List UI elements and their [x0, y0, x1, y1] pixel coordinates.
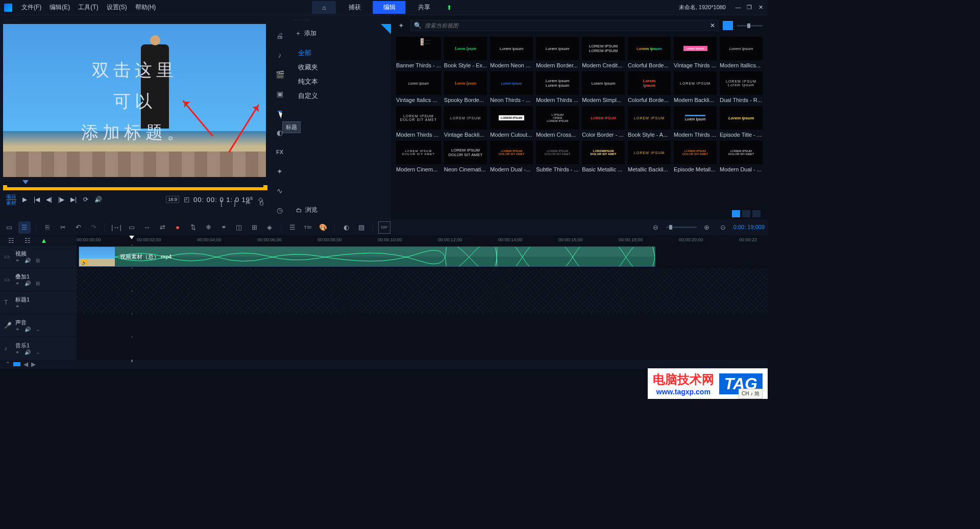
track-voice-header[interactable]: 🎤 声音 ⚭🔊⌄ — [0, 314, 77, 337]
scrubber-range[interactable] — [6, 187, 264, 190]
preview-tab-media[interactable]: 素材 — [6, 200, 16, 206]
delete-button[interactable]: ✂ — [57, 221, 69, 234]
category-all[interactable]: 全部 — [298, 46, 391, 60]
video-icon[interactable]: 🎬 — [275, 69, 285, 80]
storyboard-view-button[interactable]: ▭ — [3, 221, 15, 234]
expand-toggle[interactable]: ⌄ — [36, 349, 40, 355]
scroll-left-button[interactable]: ◀ — [23, 361, 28, 368]
asset-item[interactable]: LOREM IPSUMDOLOR SIT AMETSubtle Thirds -… — [536, 141, 579, 172]
track-video-header[interactable]: ▭ 视频 ⚭🔊⊞ — [0, 245, 77, 268]
link-button[interactable]: ⚭ — [217, 221, 230, 234]
asset-item[interactable]: Lorem IpsumModern Thirds ... — [674, 106, 717, 138]
link-toggle[interactable]: ⚭ — [15, 258, 19, 263]
mode-share[interactable]: 共享 — [408, 1, 440, 14]
pin-corner-icon[interactable] — [381, 24, 391, 34]
video-clip[interactable]: 视频素材（总）.mp4 🔊 — [79, 246, 655, 267]
asset-item[interactable]: LOREM IPSUMDOLOR SIT AMETModern Dual -..… — [490, 141, 533, 172]
expand-toggle[interactable]: ⌄ — [36, 326, 40, 332]
menu-file[interactable]: 文件(F) — [17, 3, 45, 12]
asset-item[interactable]: Lorem IpsumLorem ipsumModern Thirds ... — [536, 71, 579, 103]
loop-button[interactable]: ⟳ — [82, 195, 90, 204]
track-voice-content[interactable] — [77, 314, 768, 337]
preview-tab-project[interactable]: 项目 — [6, 194, 16, 200]
step-fwd-button[interactable]: |▶ — [57, 195, 65, 204]
asset-item[interactable]: Lorem IpsumModern Itallics... — [720, 37, 763, 68]
scrubber-playhead[interactable] — [22, 180, 29, 187]
asset-item[interactable]: LOREM IPSUMModern Cutout... — [490, 106, 533, 138]
search-box[interactable]: 🔍 ✕ — [410, 20, 719, 31]
asset-item[interactable]: LOREM IPSUMColor Border - ... — [582, 106, 625, 138]
preview-viewport[interactable]: 双击这里 可以 添加标题。 — [3, 24, 266, 177]
crop-tool-button[interactable]: ▭ — [126, 221, 138, 234]
subtitle-button[interactable]: ☰ — [286, 221, 299, 234]
asset-item[interactable]: Lorem IpsumModern Border... — [536, 37, 579, 68]
asset-item[interactable]: Lorem IpsumVintage Thirds ... — [674, 37, 717, 68]
scrubber-in[interactable] — [3, 185, 7, 190]
mute-toggle[interactable]: 🔊 — [24, 258, 31, 263]
chroma-button[interactable]: ▨ — [355, 221, 368, 234]
marker-button[interactable]: ◈ — [263, 221, 276, 234]
zoom-slider[interactable] — [666, 226, 697, 228]
mark-in-button[interactable]: [ — [217, 199, 226, 207]
track-title1-content[interactable] — [77, 291, 768, 314]
sort-icon[interactable]: ✦ — [396, 20, 406, 31]
panel-drag-handle[interactable]: :::::::: — [289, 15, 391, 24]
mark-out-button[interactable]: ] — [231, 199, 239, 207]
maximize-button[interactable]: ❐ — [746, 4, 752, 11]
fx-icon[interactable]: FX — [275, 147, 285, 157]
redo-button[interactable]: ↷ — [87, 221, 100, 234]
color-button[interactable]: 🎨 — [317, 221, 329, 234]
track-overlay1-header[interactable]: ▭ 叠加1 ⚭🔊⊞ — [0, 268, 77, 291]
asset-item[interactable]: LOREM IPSUMVintage Backli... — [444, 106, 487, 138]
asset-item[interactable]: LOREM IPSUMDOLOR SIT AMETNeon Cinemati..… — [444, 141, 487, 172]
asset-item[interactable]: Lorem ipsumNeon Thirds - ... — [490, 71, 533, 103]
asset-item[interactable]: Lorem IpsumEpisode Title - ... — [720, 106, 763, 138]
mode-edit[interactable]: 编辑 — [373, 1, 406, 14]
asset-item[interactable]: LOREM IPSUMDOLOR SIT AMETModern Cinem... — [396, 141, 441, 172]
track-music1-content[interactable] — [77, 337, 768, 360]
clip-mute-icon[interactable]: 🔊 — [81, 260, 87, 265]
timeline-view-button[interactable]: ☰ — [18, 221, 31, 234]
track-title1-header[interactable]: T 标题1 ⚭ — [0, 291, 77, 314]
view-mode-grid[interactable] — [732, 210, 740, 217]
track-video-content[interactable]: 视频素材（总）.mp4 🔊 — [77, 245, 768, 268]
speed-icon[interactable]: ◷ — [275, 205, 285, 215]
lock-toggle[interactable]: ⊞ — [36, 281, 40, 286]
freeze-button[interactable]: ❄ — [202, 221, 214, 234]
overlay-icon[interactable]: ▣ — [275, 89, 285, 99]
asset-item[interactable]: LOREM IPSUMLorem IpsumDual Thirds - R... — [720, 71, 763, 103]
insert-button[interactable]: ⎘ — [41, 221, 54, 234]
zoom-in-button[interactable]: ⊕ — [701, 221, 713, 234]
menu-settings[interactable]: 设置(S) — [103, 3, 131, 12]
grid-view-button[interactable] — [723, 21, 733, 30]
undo-button[interactable]: ↶ — [72, 221, 84, 234]
asset-item[interactable]: LOREM IPSUMBook Style - A... — [628, 106, 671, 138]
category-custom[interactable]: 自定义 — [298, 89, 391, 103]
asset-item[interactable]: LOREM IPSUMDOLOR SIT AMETEpisode Metall.… — [674, 141, 717, 172]
asset-item[interactable]: Lorem ipsumBanner Thirds - ... — [396, 37, 441, 68]
goto-end-button[interactable]: ▶| — [69, 195, 78, 204]
category-favorites[interactable]: 收藏夹 — [298, 60, 391, 74]
gif-button[interactable]: GIF — [378, 221, 390, 234]
track-music1-header[interactable]: ♪ 音乐1 ⚭🔊⌄ — [0, 337, 77, 360]
view-mode-detail[interactable] — [752, 210, 761, 217]
link-toggle[interactable]: ⚭ — [15, 281, 19, 286]
add-row[interactable]: ＋ 添加 — [289, 24, 391, 43]
snapshot-button[interactable]: ⎙ — [257, 199, 265, 207]
fit-button[interactable]: ⊙ — [717, 221, 729, 234]
asset-item[interactable]: Lorem IpsumColorful Borde... — [628, 37, 671, 68]
media-icon[interactable]: 🖨 — [275, 31, 285, 41]
magic-icon[interactable]: ✦ — [275, 166, 285, 177]
asset-item[interactable]: LOREMIPSUMDOLOR SIT AMETBasic Metallic .… — [582, 141, 625, 172]
scroll-right-button[interactable]: ▶ — [31, 361, 36, 368]
volume-button[interactable]: 🔊 — [94, 195, 102, 204]
asset-item[interactable]: LOREM IPSUMLOREM IPSUMModern Credit... — [582, 37, 625, 68]
goto-start-button[interactable]: |◀ — [33, 195, 41, 204]
clear-search-button[interactable]: ✕ — [710, 22, 715, 29]
playhead-marker[interactable] — [129, 236, 134, 242]
menu-edit[interactable]: 编辑(E) — [45, 3, 74, 12]
mode-home[interactable]: ⌂ — [312, 1, 336, 14]
view-mode-list[interactable] — [742, 210, 750, 217]
link-toggle[interactable]: ⚭ — [15, 304, 19, 309]
track-overlay1-content[interactable] — [77, 268, 768, 291]
